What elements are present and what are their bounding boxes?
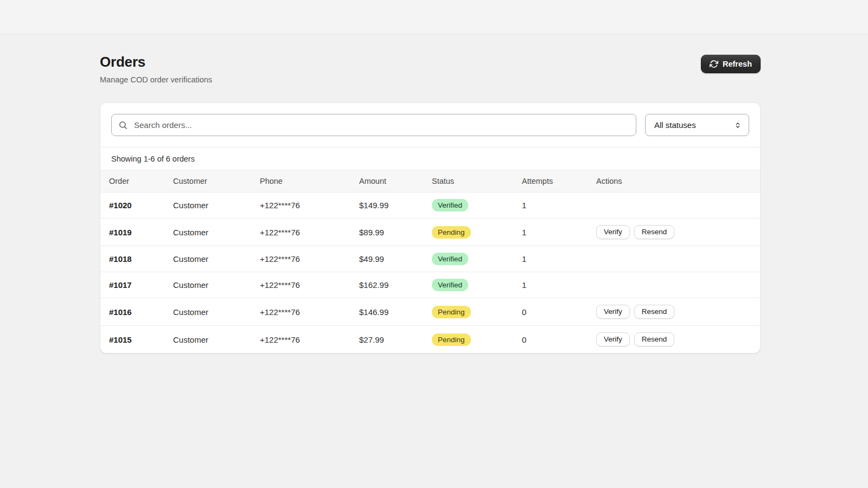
phone-cell: +122****76 [260,219,359,246]
column-header-attempts: Attempts [522,170,596,192]
resend-button[interactable]: Resend [634,225,675,239]
top-bar [0,0,868,34]
attempts-cell: 1 [522,272,596,298]
amount-cell: $149.99 [359,192,432,219]
refresh-button-label: Refresh [723,60,752,68]
refresh-icon [710,60,718,68]
table-row: #1016Customer+122****76$146.99Pending0Ve… [100,298,760,326]
actions-cell [596,246,760,272]
refresh-button[interactable]: Refresh [701,55,761,73]
order-id-cell: #1017 [100,272,173,298]
table-row: #1020Customer+122****76$149.99Verified1 [100,192,760,219]
status-badge: Pending [432,333,471,346]
customer-cell: Customer [173,326,260,354]
attempts-cell: 1 [522,192,596,219]
table-row: #1015Customer+122****76$27.99Pending0Ver… [100,326,760,354]
actions-cell [596,192,760,219]
column-header-actions: Actions [596,170,760,192]
status-badge: Pending [432,306,471,318]
caret-updown-icon [734,121,742,129]
order-id-cell: #1018 [100,246,173,272]
attempts-cell: 0 [522,326,596,354]
column-header-customer: Customer [173,170,260,192]
orders-table: OrderCustomerPhoneAmountStatusAttemptsAc… [100,170,760,353]
status-badge: Pending [432,226,471,239]
phone-cell: +122****76 [260,298,359,326]
resend-button[interactable]: Resend [634,305,675,319]
page-title: Orders [100,54,212,70]
search-input[interactable] [111,114,636,136]
amount-cell: $27.99 [359,326,432,354]
order-id-cell: #1020 [100,192,173,219]
status-filter-select[interactable]: All statuses [645,114,749,136]
phone-cell: +122****76 [260,192,359,219]
amount-cell: $89.99 [359,219,432,246]
attempts-cell: 0 [522,298,596,326]
customer-cell: Customer [173,272,260,298]
phone-cell: +122****76 [260,272,359,298]
table-row: #1018Customer+122****76$49.99Verified1 [100,246,760,272]
amount-cell: $162.99 [359,272,432,298]
verify-button[interactable]: Verify [596,305,630,319]
search-icon [118,120,128,130]
order-id-cell: #1019 [100,219,173,246]
orders-card: All statuses Showing 1-6 of 6 orders Ord… [100,102,761,354]
search-field-wrapper [111,114,636,136]
resend-button[interactable]: Resend [634,332,675,346]
amount-cell: $49.99 [359,246,432,272]
actions-cell [596,272,760,298]
filters-row: All statuses [100,103,760,147]
column-header-status: Status [432,170,522,192]
customer-cell: Customer [173,246,260,272]
page-header-text: Orders Manage COD order verifications [100,54,212,84]
actions-cell: VerifyResend [596,326,760,354]
amount-cell: $146.99 [359,298,432,326]
customer-cell: Customer [173,192,260,219]
status-cell: Pending [432,219,522,246]
status-filter-value: All statuses [654,120,696,130]
status-cell: Verified [432,246,522,272]
status-badge: Verified [432,199,468,211]
status-badge: Verified [432,279,468,291]
page-content: Orders Manage COD order verifications Re… [100,34,761,354]
status-cell: Verified [432,192,522,219]
table-row: #1019Customer+122****76$89.99Pending1Ver… [100,219,760,246]
phone-cell: +122****76 [260,246,359,272]
attempts-cell: 1 [522,219,596,246]
table-row: #1017Customer+122****76$162.99Verified1 [100,272,760,298]
customer-cell: Customer [173,219,260,246]
column-header-amount: Amount [359,170,432,192]
order-id-cell: #1015 [100,326,173,354]
verify-button[interactable]: Verify [596,225,630,239]
status-cell: Pending [432,298,522,326]
status-cell: Pending [432,326,522,354]
phone-cell: +122****76 [260,326,359,354]
status-badge: Verified [432,253,468,265]
page-subtitle: Manage COD order verifications [100,75,212,84]
status-cell: Verified [432,272,522,298]
customer-cell: Customer [173,298,260,326]
verify-button[interactable]: Verify [596,332,630,346]
actions-cell: VerifyResend [596,219,760,246]
column-header-order: Order [100,170,173,192]
actions-cell: VerifyResend [596,298,760,326]
attempts-cell: 1 [522,246,596,272]
column-header-phone: Phone [260,170,359,192]
order-id-cell: #1016 [100,298,173,326]
results-summary: Showing 1-6 of 6 orders [100,147,760,170]
table-header-row: OrderCustomerPhoneAmountStatusAttemptsAc… [100,170,760,192]
page-header: Orders Manage COD order verifications Re… [100,54,761,84]
